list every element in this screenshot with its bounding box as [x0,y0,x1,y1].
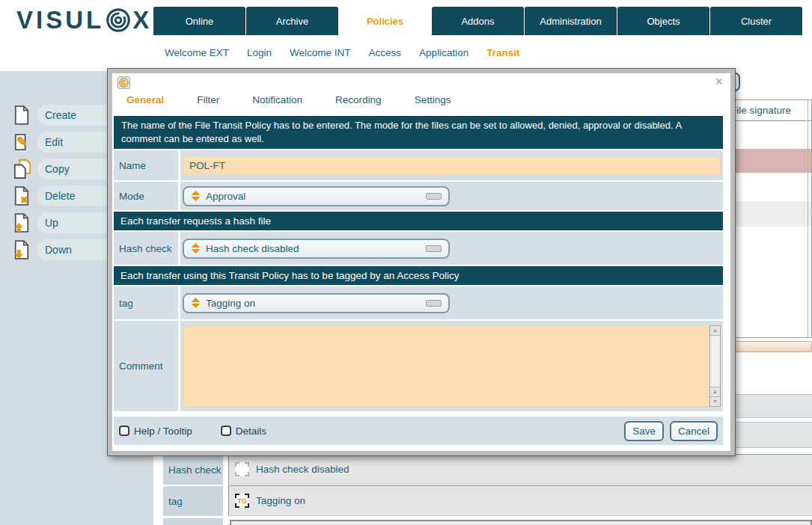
mode-value: Approval [206,191,245,202]
name-label: Name [114,150,178,180]
background-row-label-partial [163,518,223,525]
nav-tab-cluster[interactable]: Cluster [710,7,802,35]
dialog-tabs: General Filter Notification Recording Se… [114,94,723,111]
dialog-app-icon [117,76,130,89]
sort-diamond-icon [191,298,201,308]
logo-spiral-icon [105,7,132,34]
close-icon[interactable]: × [715,76,723,87]
subnav-access[interactable]: Access [369,45,402,61]
tab-settings[interactable]: Settings [415,94,451,111]
hash-check-row: Hash check Hash check disabled [114,232,723,265]
mode-label: Mode [114,182,178,210]
dropdown-handle-icon[interactable] [426,300,442,307]
help-tooltip-checkbox[interactable] [119,426,129,436]
tag-value: Tagging on [206,298,255,309]
help-tooltip-label: Help / Tooltip [134,426,192,437]
tag-icon: TG [235,494,249,508]
save-button[interactable]: Save [624,421,664,441]
comment-field-cell: ▲ ▲ ▼ [180,321,723,411]
copy-pages-icon [13,159,31,179]
tag-section-banner: Each transfer using this Transit Policy … [114,266,723,285]
scroll-track[interactable] [710,336,720,387]
sort-diamond-icon [191,191,201,201]
cancel-button[interactable]: Cancel [670,421,718,441]
comment-textarea[interactable] [183,325,709,407]
logo-text-left: VISUL [16,6,104,34]
dropdown-handle-icon[interactable] [426,193,442,200]
delete-page-icon: ✖ [13,186,31,206]
subnav-transit[interactable]: Transit [486,45,519,61]
nav-tab-objects[interactable]: Objects [617,7,709,35]
name-input[interactable]: POL-FT [183,156,721,175]
visulox-logo: VISUL X [16,6,152,34]
edit-pencil-icon: ✎ [13,132,31,153]
tab-recording[interactable]: Recording [335,94,382,111]
details-checkbox[interactable] [221,426,231,436]
comment-label: Comment [114,321,178,411]
tab-notification[interactable]: Notification [252,94,302,111]
tab-filter[interactable]: Filter [197,94,219,111]
dialog-titlebar: × [114,76,723,91]
mode-row: Mode Approval [114,182,723,210]
subnav-login[interactable]: Login [247,45,272,61]
hash-check-disabled-icon [235,462,249,476]
comment-row: Comment ▲ ▲ ▼ [114,321,723,411]
scroll-down-icon[interactable]: ▼ [710,396,720,406]
file-signature-column-header[interactable]: File signature [730,105,791,116]
move-up-arrow-icon [13,213,31,233]
background-field-partial [230,520,812,525]
tag-row: tag Tagging on [114,286,723,319]
background-tag-text: Tagging on [256,495,305,506]
table-column-divider [808,100,808,337]
hash-section-banner: Each transfer requests a hash file [114,212,723,230]
logo-text-right: X [132,6,152,34]
nav-tab-addons[interactable]: Addons [432,7,524,35]
main-navigation: Online Archive Policies Addons Administr… [153,7,803,35]
name-field-cell: POL-FT [180,150,723,180]
policies-subnav: Welcome EXT Login Welcome INT Access App… [165,45,519,61]
tab-general[interactable]: General [126,94,164,111]
subnav-application[interactable]: Application [419,45,468,61]
name-row: Name POL-FT [114,150,723,180]
scroll-up-icon[interactable]: ▲ [710,387,720,396]
hash-check-value: Hash check disabled [206,243,299,254]
application-window: VISUL X Online Archive Policies Addons A… [0,0,812,525]
background-hash-check-text: Hash check disabled [256,464,349,475]
dialog-info-banner: The name of the File Transit Policy has … [114,116,723,149]
subnav-welcome-ext[interactable]: Welcome EXT [165,45,229,61]
tag-field-cell: Tagging on [180,286,723,319]
mode-dropdown[interactable]: Approval [183,186,450,206]
nav-tab-policies[interactable]: Policies [339,7,431,35]
dropdown-handle-icon[interactable] [426,245,442,252]
background-tag-value: TG Tagging on [228,485,812,516]
sort-diamond-icon [191,243,201,254]
background-hash-check-label: Hash check [163,455,223,485]
tag-label: tag [114,286,178,319]
hash-check-dropdown[interactable]: Hash check disabled [183,239,450,259]
tag-dropdown[interactable]: Tagging on [183,293,450,313]
hash-check-label: Hash check [114,232,178,265]
subnav-welcome-int[interactable]: Welcome INT [290,45,351,61]
transit-policy-dialog: × General Filter Notification Recording … [108,69,735,455]
scroll-up-icon[interactable]: ▲ [710,326,720,336]
comment-scrollbar[interactable]: ▲ ▲ ▼ [709,325,721,407]
details-label: Details [236,426,266,437]
hash-check-field-cell: Hash check disabled [180,232,723,265]
dialog-footer: Help / Tooltip Details Save Cancel [114,417,723,445]
nav-tab-archive[interactable]: Archive [246,7,338,35]
background-hash-check-value: Hash check disabled [228,454,812,485]
background-tag-label: tag [163,486,223,516]
nav-tab-administration[interactable]: Administration [525,7,617,35]
move-down-arrow-icon [13,240,31,260]
mode-field-cell: Approval [180,182,723,210]
nav-tab-online[interactable]: Online [153,7,245,35]
create-page-icon [13,105,31,126]
